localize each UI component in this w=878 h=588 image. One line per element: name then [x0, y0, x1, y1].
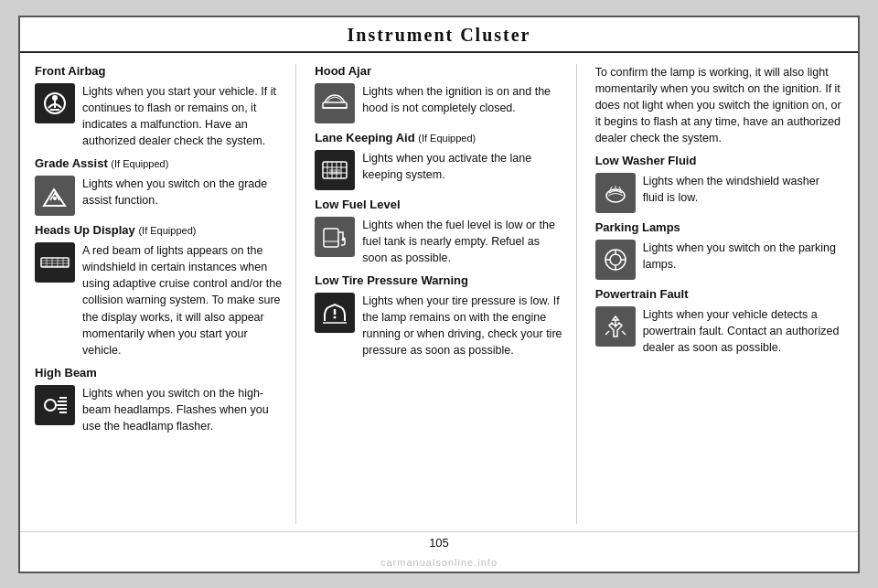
svg-point-32 — [334, 315, 337, 318]
grade-assist-row: Lights when you switch on the grade assi… — [35, 176, 283, 216]
front-airbag-icon — [35, 83, 75, 123]
section-lane-keeping: Lane Keeping Aid (If Equipped) — [315, 131, 562, 190]
page-title: Instrument Cluster — [20, 25, 858, 46]
content-area: Front Airbag Lights when you start your … — [20, 53, 858, 531]
grade-assist-icon — [35, 176, 75, 216]
section-confirm-lamp: To confirm the lamp is working, it will … — [595, 64, 843, 147]
section-parking-lamps: Parking Lamps Lights when you swit — [595, 220, 843, 280]
section-low-tire: Low Tire Pressure Warning Lights when yo… — [315, 273, 562, 359]
heads-up-row: A red beam of lights appears on the wind… — [35, 242, 283, 358]
parking-lamps-icon — [595, 240, 636, 280]
page-footer: 105 — [20, 531, 858, 555]
low-tire-icon — [315, 293, 355, 333]
section-title-heads-up: Heads Up Display (If Equipped) — [35, 223, 283, 237]
section-powertrain: Powertrain Fault Lights when your vehicl… — [595, 287, 843, 356]
column-3: To confirm the lamp is working, it will … — [586, 64, 843, 524]
low-washer-row: Lights when the windshield washer fluid … — [595, 173, 843, 213]
heads-up-text: A red beam of lights appears on the wind… — [82, 242, 283, 358]
page: Instrument Cluster Front Airbag — [18, 16, 860, 573]
section-title-low-fuel: Low Fuel Level — [315, 198, 562, 211]
svg-point-13 — [45, 400, 56, 411]
svg-rect-28 — [324, 229, 338, 247]
lane-keeping-row: Lights when you activate the lane keepin… — [315, 150, 562, 190]
section-front-airbag: Front Airbag Lights when you start your … — [35, 64, 283, 150]
hood-ajar-text: Lights when the ignition is on and the h… — [362, 83, 562, 116]
low-fuel-row: Lights when the fuel level is low or the… — [315, 217, 562, 266]
high-beam-row: Lights when you switch on the high-beam … — [35, 385, 283, 434]
page-number: 105 — [429, 536, 449, 550]
low-washer-text: Lights when the windshield washer fluid … — [643, 173, 843, 206]
parking-lamps-text: Lights when you switch on the parking la… — [643, 240, 843, 273]
powertrain-icon — [595, 306, 636, 347]
section-title-hood-ajar: Hood Ajar — [315, 64, 562, 78]
high-beam-text: Lights when you switch on the high-beam … — [82, 385, 283, 434]
section-title-low-tire: Low Tire Pressure Warning — [315, 273, 562, 287]
high-beam-icon — [35, 385, 75, 425]
svg-rect-27 — [329, 169, 340, 175]
section-title-lane-keeping: Lane Keeping Aid (If Equipped) — [315, 131, 562, 144]
hood-ajar-icon — [315, 83, 355, 123]
low-washer-icon — [595, 173, 636, 213]
svg-line-44 — [605, 331, 609, 335]
section-title-powertrain: Powertrain Fault — [595, 287, 843, 301]
section-hood-ajar: Hood Ajar Lights when the ignition is on… — [315, 64, 562, 123]
svg-point-30 — [342, 238, 345, 241]
parking-lamps-row: Lights when you switch on the parking la… — [595, 240, 843, 280]
column-1: Front Airbag Lights when you start your … — [35, 64, 296, 524]
heads-up-icon — [35, 242, 75, 283]
powertrain-text: Lights when your vehicle detects a power… — [643, 306, 843, 356]
svg-rect-5 — [41, 258, 69, 267]
section-title-parking-lamps: Parking Lamps — [595, 220, 843, 234]
hood-ajar-row: Lights when the ignition is on and the h… — [315, 83, 562, 123]
lane-keeping-icon — [315, 150, 355, 190]
low-fuel-icon — [315, 217, 355, 257]
section-low-fuel: Low Fuel Level Lights when the fuel leve… — [315, 198, 562, 266]
powertrain-row: Lights when your vehicle detects a power… — [595, 306, 843, 356]
front-airbag-text: Lights when you start your vehicle. If i… — [82, 83, 283, 150]
section-high-beam: High Beam Lights when you switch o — [35, 366, 283, 434]
svg-point-4 — [53, 197, 57, 200]
column-2: Hood Ajar Lights when the ignition is on… — [305, 64, 576, 524]
low-fuel-text: Lights when the fuel level is low or the… — [362, 217, 562, 266]
section-grade-assist: Grade Assist (If Equipped) Lights when y… — [35, 156, 283, 216]
low-tire-text: Lights when your tire pressure is low. I… — [362, 293, 562, 359]
front-airbag-row: Lights when you start your vehicle. If i… — [35, 83, 283, 150]
svg-point-39 — [610, 254, 621, 265]
svg-point-1 — [52, 95, 58, 101]
low-tire-row: Lights when your tire pressure is low. I… — [315, 293, 562, 359]
lane-keeping-text: Lights when you activate the lane keepin… — [362, 150, 562, 183]
section-low-washer: Low Washer Fluid Lights when the w — [595, 154, 843, 213]
section-title-grade-assist: Grade Assist (If Equipped) — [35, 156, 283, 170]
grade-assist-text: Lights when you switch on the grade assi… — [82, 176, 283, 208]
svg-line-45 — [622, 331, 626, 335]
page-header: Instrument Cluster — [20, 17, 858, 53]
section-heads-up: Heads Up Display (If Equipped) — [35, 223, 283, 358]
watermark: carmanualsonline.info — [20, 555, 858, 572]
section-title-front-airbag: Front Airbag — [35, 64, 283, 78]
section-title-high-beam: High Beam — [35, 366, 283, 380]
section-title-low-washer: Low Washer Fluid — [595, 154, 843, 167]
confirm-lamp-text: To confirm the lamp is working, it will … — [595, 64, 843, 147]
